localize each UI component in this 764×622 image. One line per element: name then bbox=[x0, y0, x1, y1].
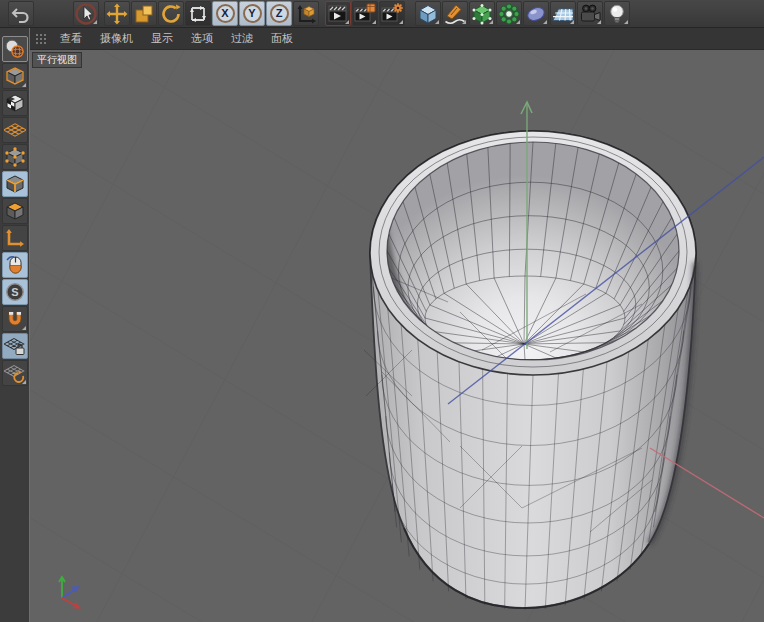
viewport-canvas[interactable] bbox=[30, 50, 764, 622]
model-mode-icon bbox=[4, 65, 26, 87]
x-axis-ring: X bbox=[216, 4, 235, 23]
rotate-workplane-icon bbox=[4, 362, 26, 384]
last-used-tool-icon bbox=[186, 2, 210, 26]
viewport-solo-button[interactable] bbox=[2, 252, 28, 278]
live-selection-button[interactable] bbox=[73, 1, 99, 26]
last-used-tool-button[interactable] bbox=[185, 1, 211, 26]
viewport-3d[interactable]: 平行视图 bbox=[30, 50, 764, 622]
mode-palette: S bbox=[0, 28, 30, 622]
model-mode-button[interactable] bbox=[2, 63, 28, 89]
enable-axis-icon bbox=[4, 227, 26, 249]
viewport-menubar: 查看 摄像机 显示 选项 过滤 面板 bbox=[30, 28, 764, 50]
metaball-icon bbox=[524, 2, 548, 26]
wireframe-cup-model bbox=[364, 131, 696, 610]
coordinate-system-button[interactable] bbox=[293, 1, 319, 26]
camera-icon bbox=[578, 2, 602, 26]
edges-mode-icon bbox=[4, 173, 26, 195]
subdivision-surface-button[interactable] bbox=[469, 1, 495, 26]
workplane-mode-button[interactable] bbox=[2, 117, 28, 143]
make-editable-button[interactable] bbox=[2, 36, 28, 62]
gear-badge bbox=[393, 3, 403, 13]
edit-render-settings-icon bbox=[380, 2, 404, 26]
polygons-mode-icon bbox=[4, 200, 26, 222]
floor-button[interactable] bbox=[550, 1, 576, 26]
mouse-icon bbox=[4, 254, 26, 276]
z-axis-letter: Z bbox=[276, 8, 283, 19]
live-selection-icon bbox=[74, 2, 98, 26]
viewport-view-label: 平行视图 bbox=[32, 52, 82, 68]
x-axis-lock-button[interactable]: X bbox=[212, 1, 238, 26]
scale-tool-icon bbox=[132, 2, 156, 26]
cube-icon bbox=[416, 2, 440, 26]
points-mode-icon bbox=[4, 146, 26, 168]
texture-mode-icon bbox=[4, 92, 26, 114]
array-generator-button[interactable] bbox=[496, 1, 522, 26]
viewport-panel: 查看 摄像机 显示 选项 过滤 面板 平行视图 bbox=[30, 28, 764, 622]
panel-grip-icon[interactable] bbox=[35, 33, 47, 45]
render-view-button[interactable] bbox=[325, 1, 351, 26]
z-axis-ring: Z bbox=[270, 4, 289, 23]
subdivision-surface-icon bbox=[470, 2, 494, 26]
menu-options[interactable]: 选项 bbox=[182, 31, 222, 46]
undo-icon bbox=[10, 3, 32, 25]
workplane-mode-icon bbox=[4, 119, 26, 141]
spline-pen-button[interactable] bbox=[442, 1, 468, 26]
rotate-tool-button[interactable] bbox=[158, 1, 184, 26]
rotate-tool-icon bbox=[159, 2, 183, 26]
y-axis-ring: Y bbox=[243, 4, 262, 23]
lock-workplane-icon bbox=[4, 335, 26, 357]
array-generator-icon bbox=[497, 2, 521, 26]
y-axis-letter: Y bbox=[248, 8, 255, 19]
snap-toggle-button[interactable]: S bbox=[2, 279, 28, 305]
move-tool-button[interactable] bbox=[104, 1, 130, 26]
svg-text:S: S bbox=[11, 286, 18, 298]
light-button[interactable] bbox=[604, 1, 630, 26]
x-axis-letter: X bbox=[221, 8, 228, 19]
z-axis-lock-button[interactable]: Z bbox=[266, 1, 292, 26]
magnet-icon bbox=[4, 308, 26, 330]
menu-panel[interactable]: 面板 bbox=[262, 31, 302, 46]
render-view-icon bbox=[326, 2, 350, 26]
add-cube-button[interactable] bbox=[415, 1, 441, 26]
magnet-snap-button[interactable] bbox=[2, 306, 28, 332]
floor-icon bbox=[551, 2, 575, 26]
metaball-button[interactable] bbox=[523, 1, 549, 26]
snap-s-icon: S bbox=[4, 281, 26, 303]
c4d-window: { "toolbar": { "icons": ["undo","live-se… bbox=[0, 0, 764, 622]
menu-filter[interactable]: 过滤 bbox=[222, 31, 262, 46]
coordinate-system-icon bbox=[294, 2, 318, 26]
spline-pen-icon bbox=[443, 2, 467, 26]
camera-button[interactable] bbox=[577, 1, 603, 26]
render-picture-viewer-button[interactable] bbox=[352, 1, 378, 26]
polygons-mode-button[interactable] bbox=[2, 198, 28, 224]
menu-view[interactable]: 查看 bbox=[51, 31, 91, 46]
undo-button[interactable] bbox=[8, 1, 34, 26]
enable-axis-button[interactable] bbox=[2, 225, 28, 251]
rotate-workplane-button[interactable] bbox=[2, 360, 28, 386]
points-mode-button[interactable] bbox=[2, 144, 28, 170]
texture-mode-button[interactable] bbox=[2, 90, 28, 116]
top-toolbar: X Y Z bbox=[0, 0, 764, 28]
edges-mode-button[interactable] bbox=[2, 171, 28, 197]
menu-cameras[interactable]: 摄像机 bbox=[91, 31, 142, 46]
edit-render-settings-button[interactable] bbox=[379, 1, 405, 26]
light-icon bbox=[605, 2, 629, 26]
move-tool-icon bbox=[105, 2, 129, 26]
axis-gizmo bbox=[59, 577, 79, 608]
y-axis-lock-button[interactable]: Y bbox=[239, 1, 265, 26]
menu-display[interactable]: 显示 bbox=[142, 31, 182, 46]
render-picture-viewer-icon bbox=[353, 2, 377, 26]
scale-tool-button[interactable] bbox=[131, 1, 157, 26]
lock-workplane-button[interactable] bbox=[2, 333, 28, 359]
make-editable-icon bbox=[4, 38, 26, 60]
